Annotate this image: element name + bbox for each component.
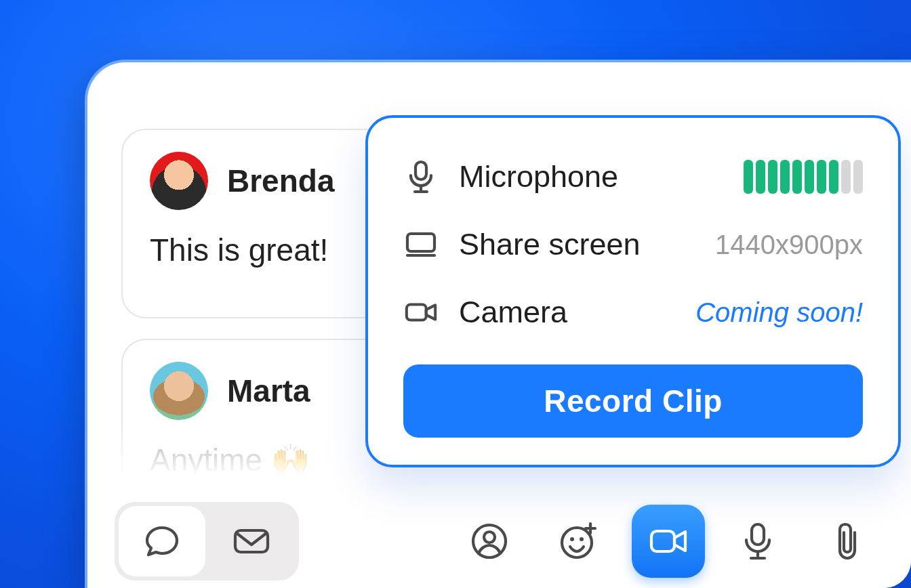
- svg-rect-10: [752, 524, 764, 545]
- svg-rect-2: [407, 304, 426, 320]
- level-bar: [829, 160, 838, 194]
- level-bar: [841, 160, 851, 194]
- level-bar: [792, 160, 802, 194]
- microphone-level-meter: [744, 160, 863, 194]
- svg-point-6: [562, 528, 592, 558]
- view-segmented-control[interactable]: [115, 502, 299, 581]
- avatar: [150, 362, 208, 420]
- chat-tab[interactable]: [119, 506, 205, 576]
- level-bar: [744, 160, 753, 194]
- svg-rect-9: [651, 531, 674, 551]
- app-window: Brenda This is great! Marta Anytime 🙌 Mi…: [85, 60, 911, 588]
- camera-label: Camera: [459, 295, 567, 330]
- level-bar: [756, 160, 765, 194]
- level-bar: [780, 160, 790, 194]
- paperclip-icon: [832, 520, 863, 562]
- svg-point-7: [570, 537, 574, 541]
- bottom-toolbar: [87, 495, 911, 588]
- mention-person-button[interactable]: [453, 505, 526, 578]
- record-clip-button[interactable]: Record Clip: [403, 364, 863, 438]
- microphone-icon: [403, 159, 439, 194]
- chat-name: Brenda: [227, 163, 334, 199]
- level-bar: [805, 160, 814, 194]
- attach-button[interactable]: [811, 505, 884, 578]
- share-screen-value: 1440x900px: [715, 230, 863, 260]
- camera-row[interactable]: Camera Coming soon!: [403, 283, 863, 341]
- person-circle-icon: [470, 522, 509, 561]
- share-screen-row[interactable]: Share screen 1440x900px: [403, 215, 863, 274]
- mail-icon: [230, 525, 272, 558]
- chat-card[interactable]: Brenda This is great!: [121, 129, 406, 318]
- svg-rect-3: [235, 530, 268, 552]
- record-audio-button[interactable]: [721, 505, 794, 578]
- record-popover: Microphone Share screen 1440x900px: [365, 115, 901, 467]
- microphone-row[interactable]: Microphone: [403, 148, 863, 206]
- level-bar: [817, 160, 826, 194]
- emoji-add-button[interactable]: [542, 505, 615, 578]
- svg-point-8: [580, 537, 584, 541]
- chat-message: This is great!: [150, 232, 378, 268]
- svg-rect-1: [407, 234, 434, 251]
- microphone-label: Microphone: [459, 159, 618, 194]
- screen-icon: [403, 230, 439, 259]
- microphone-icon: [741, 521, 775, 562]
- chat-bubble-icon: [142, 522, 182, 560]
- mail-tab[interactable]: [208, 506, 295, 576]
- chat-header: Brenda: [150, 152, 378, 210]
- chat-card[interactable]: Marta Anytime 🙌: [121, 339, 406, 495]
- svg-point-5: [484, 532, 495, 543]
- camera-icon: [403, 299, 439, 326]
- chat-name: Marta: [227, 373, 310, 409]
- svg-rect-0: [416, 162, 426, 180]
- level-bar: [853, 160, 863, 194]
- avatar: [150, 152, 208, 210]
- chat-message: Anytime 🙌: [150, 442, 378, 478]
- record-video-button[interactable]: [632, 505, 705, 578]
- chat-header: Marta: [150, 362, 378, 420]
- level-bar: [768, 160, 777, 194]
- video-icon: [647, 526, 689, 557]
- share-screen-label: Share screen: [459, 227, 641, 262]
- camera-value: Coming soon!: [695, 297, 863, 328]
- emoji-add-icon: [558, 521, 600, 562]
